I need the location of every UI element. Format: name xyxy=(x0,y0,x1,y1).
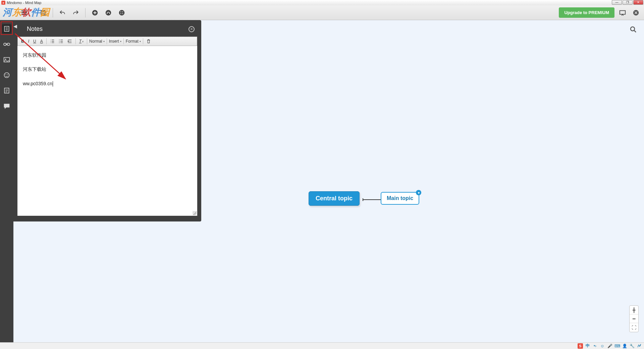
svg-point-22 xyxy=(59,41,60,42)
image-tab[interactable] xyxy=(2,55,11,64)
emoji-tab[interactable] xyxy=(2,70,11,80)
main-topic-label: Main topic xyxy=(387,195,413,201)
minimize-button[interactable]: — xyxy=(612,0,622,5)
maximize-button[interactable]: ❐ xyxy=(623,0,633,5)
tray-icon-1[interactable]: •› xyxy=(592,343,598,349)
bullet-list-button[interactable] xyxy=(57,38,65,44)
theme-button[interactable] xyxy=(116,7,127,18)
insert-menu[interactable]: Insert ▾ xyxy=(109,39,121,44)
tray-wrench-icon[interactable]: 🗲 xyxy=(637,343,642,349)
text-color-button[interactable]: A xyxy=(39,38,44,44)
main-topic-node[interactable]: Main topic ▾ xyxy=(381,192,419,205)
title-app: Mindomo - Mind Map xyxy=(7,1,41,5)
add-topic-button[interactable] xyxy=(90,7,100,18)
notes-close-button[interactable]: ✕ xyxy=(189,26,195,32)
svg-point-8 xyxy=(122,13,123,14)
undo-button[interactable] xyxy=(57,7,68,18)
links-tab[interactable] xyxy=(2,40,11,49)
close-panel-button[interactable] xyxy=(631,7,641,18)
window-titlebar: ● Mindomo - Mind Map — ❐ ✕ xyxy=(0,0,644,5)
notes-title: Notes xyxy=(27,26,43,33)
present-button[interactable] xyxy=(617,7,628,18)
tray-smiley-icon[interactable]: ☺ xyxy=(600,343,605,349)
comments-tab[interactable] xyxy=(2,101,11,111)
topic-notes-badge[interactable]: ▾ xyxy=(416,190,421,195)
indent-button[interactable] xyxy=(66,38,73,44)
search-button[interactable] xyxy=(629,26,637,34)
close-window-button[interactable]: ✕ xyxy=(633,0,643,5)
delete-button[interactable] xyxy=(145,38,152,44)
zoom-out-button[interactable]: ━ xyxy=(630,314,638,323)
bold-button[interactable]: B xyxy=(20,38,25,44)
svg-point-4 xyxy=(119,10,125,15)
save-button[interactable] xyxy=(38,7,49,18)
notes-line: ww.pc0359.cn xyxy=(23,80,192,87)
style-select[interactable]: Normal ▾ xyxy=(89,39,105,44)
task-tab[interactable] xyxy=(2,86,11,95)
svg-point-11 xyxy=(631,27,635,31)
svg-point-5 xyxy=(120,11,121,12)
system-tray: S 中 •› ☺ 🎤 ⌨ 👤 🔧 🗲 xyxy=(0,342,644,349)
notes-line: 河东下载站 xyxy=(23,65,192,73)
svg-point-19 xyxy=(7,74,8,75)
clear-format-button[interactable]: Tx xyxy=(78,38,85,44)
main-toolbar: Upgrade to PREMIUM xyxy=(0,5,644,20)
svg-point-1 xyxy=(106,10,111,15)
notes-editor[interactable]: 河东软件园 河东下载站 ww.pc0359.cn xyxy=(17,46,197,216)
central-topic-node[interactable]: Central topic xyxy=(309,191,360,206)
menu-button[interactable] xyxy=(19,7,30,18)
svg-point-16 xyxy=(5,59,6,60)
ime-icon[interactable]: S xyxy=(578,343,583,349)
notes-format-toolbar: B I U A Tx Normal ▾ Insert ▾ Format ▾ xyxy=(17,37,197,46)
zoom-in-button[interactable]: ╋ xyxy=(630,306,638,314)
zoom-controls: ╋ ━ ⛶ xyxy=(629,305,639,332)
tray-mic-icon[interactable]: 🎤 xyxy=(607,343,612,349)
fit-button[interactable]: ⛶ xyxy=(630,323,638,332)
upgrade-button[interactable]: Upgrade to PREMIUM xyxy=(559,7,614,18)
svg-point-2 xyxy=(107,13,108,14)
notes-panel: Notes ✕ B I U A Tx Normal ▾ Insert ▾ For… xyxy=(13,20,201,221)
svg-point-7 xyxy=(120,13,121,14)
tray-keyboard-icon[interactable]: ⌨ xyxy=(614,343,620,349)
side-toolbar xyxy=(0,20,13,342)
format-menu[interactable]: Format ▾ xyxy=(126,39,141,44)
svg-point-23 xyxy=(59,43,60,43)
notes-line: 河东软件园 xyxy=(23,51,192,59)
svg-point-6 xyxy=(122,11,123,12)
tray-user-icon[interactable]: 👤 xyxy=(622,343,627,349)
notes-tab[interactable] xyxy=(2,24,11,34)
ime-lang[interactable]: 中 xyxy=(585,343,590,349)
resize-handle[interactable] xyxy=(193,211,197,215)
svg-point-3 xyxy=(109,13,110,14)
topic-connector xyxy=(363,199,381,200)
svg-point-18 xyxy=(6,74,6,75)
svg-rect-15 xyxy=(4,57,10,62)
app-icon: ● xyxy=(1,1,5,5)
underline-button[interactable]: U xyxy=(32,38,38,44)
svg-point-21 xyxy=(59,40,60,40)
numbered-list-button[interactable] xyxy=(49,38,56,44)
svg-rect-20 xyxy=(4,88,9,93)
collapse-panel-button[interactable]: ◀ xyxy=(13,23,17,29)
svg-rect-9 xyxy=(620,10,626,14)
relationship-button[interactable] xyxy=(103,7,114,18)
redo-button[interactable] xyxy=(70,7,81,18)
tray-tool-icon[interactable]: 🔧 xyxy=(629,343,635,349)
svg-point-17 xyxy=(4,73,9,78)
italic-button[interactable]: I xyxy=(27,38,31,44)
